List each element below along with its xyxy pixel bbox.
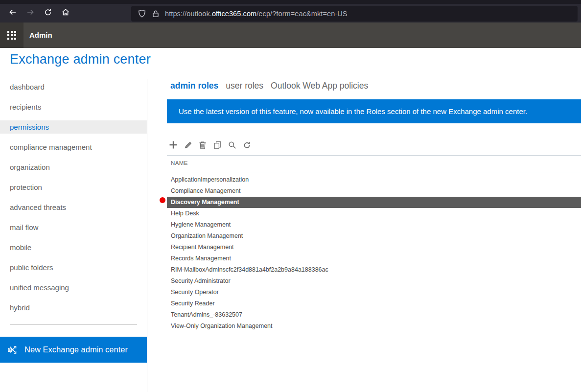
copy-button[interactable]	[212, 140, 223, 152]
role-name: Organization Management	[171, 232, 243, 239]
sidebar-item-dashboard[interactable]: dashboard	[0, 80, 147, 93]
url-text: https://outlook.office365.com/ecp/?form=…	[165, 10, 348, 18]
role-name: RIM-MailboxAdminscfc2f34d881a4bf2a2b9a84…	[171, 266, 328, 273]
sidebar-item-label: public folders	[10, 263, 53, 272]
column-header-name[interactable]: NAME	[171, 160, 188, 166]
sidebar-item-label: mobile	[10, 243, 31, 252]
tab-outlook-web-app-policies[interactable]: Outlook Web App policies	[271, 81, 368, 91]
sidebar-item-label: permissions	[10, 123, 49, 131]
role-name: Records Management	[171, 255, 231, 262]
sidebar-item-mail-flow[interactable]: mail flow	[0, 221, 147, 234]
delete-button[interactable]	[197, 140, 208, 152]
table-row[interactable]: Security Administrator	[167, 276, 581, 287]
refresh-icon	[243, 141, 251, 151]
screen: https://outlook.office365.com/ecp/?form=…	[0, 0, 581, 392]
forward-button[interactable]	[23, 6, 38, 21]
sidebar-item-label: organization	[10, 163, 50, 171]
svg-text:E: E	[9, 348, 11, 351]
sidebar-item-label: unified messaging	[10, 283, 69, 292]
shield-icon[interactable]	[138, 9, 146, 18]
add-icon	[169, 140, 178, 151]
new-exchange-admin-center-button[interactable]: E New Exchange admin center	[0, 337, 147, 363]
table-row[interactable]: Recipient Management	[167, 242, 581, 253]
sidebar-item-advanced-threats[interactable]: advanced threats	[0, 201, 147, 214]
roles-table: ApplicationImpersonalization Compliance …	[167, 174, 581, 332]
reload-icon	[44, 8, 52, 19]
role-name: Security Operator	[171, 289, 219, 296]
trash-icon	[199, 141, 207, 151]
sidebar-item-permissions[interactable]: permissions	[0, 120, 147, 134]
sidebar-item-unified-messaging[interactable]: unified messaging	[0, 281, 147, 294]
table-row[interactable]: TenantAdmins_-83632507	[167, 309, 581, 321]
red-dot-marker	[160, 197, 165, 203]
role-name: TenantAdmins_-83632507	[171, 311, 242, 318]
role-name: ApplicationImpersonalization	[171, 176, 249, 183]
reload-button[interactable]	[40, 6, 56, 21]
suite-app-name[interactable]: Admin	[29, 23, 52, 48]
waffle-grid-icon	[7, 31, 16, 40]
table-row[interactable]: RIM-MailboxAdminscfc2f34d881a4bf2a2b9a84…	[167, 264, 581, 276]
table-row[interactable]: Help Desk	[167, 208, 581, 219]
sidebar-item-label: mail flow	[10, 223, 38, 231]
tab-bar: admin roles user roles Outlook Web App p…	[170, 81, 368, 91]
tab-label: admin roles	[170, 81, 218, 91]
edit-button[interactable]	[183, 140, 193, 152]
role-name: Compliance Management	[171, 187, 240, 194]
window-titlebar	[0, 0, 581, 4]
table-row[interactable]: Compliance Management	[167, 185, 581, 197]
sidebar-item-compliance-management[interactable]: compliance management	[0, 140, 147, 154]
tab-user-roles[interactable]: user roles	[226, 81, 263, 91]
copy-icon	[213, 141, 222, 151]
add-button[interactable]	[168, 140, 179, 152]
url-bar[interactable]: https://outlook.office365.com/ecp/?form=…	[131, 6, 578, 22]
sidebar-item-label: recipients	[10, 103, 41, 111]
table-row[interactable]: Records Management	[167, 253, 581, 264]
sidebar-divider	[10, 324, 137, 324]
back-button[interactable]	[5, 6, 21, 21]
suite-header: Admin	[0, 23, 581, 48]
table-row[interactable]: View-Only Organization Management	[167, 321, 581, 332]
home-button[interactable]	[58, 6, 73, 21]
lock-icon[interactable]	[152, 10, 160, 18]
new-eac-button-label: New Exchange admin center	[24, 345, 128, 354]
search-icon	[228, 141, 236, 151]
home-icon	[61, 8, 70, 19]
sidebar-item-mobile[interactable]: mobile	[0, 241, 147, 254]
edit-pencil-icon	[184, 141, 192, 151]
refresh-button[interactable]	[241, 140, 252, 152]
sidebar-item-label: compliance management	[10, 143, 92, 151]
info-banner-text: Use the latest version of this feature, …	[179, 107, 527, 115]
tab-label: user roles	[226, 81, 263, 91]
sidebar-content-divider	[147, 79, 147, 392]
tab-admin-roles[interactable]: admin roles	[170, 81, 218, 91]
page-title: Exchange admin center	[10, 52, 151, 67]
sidebar-item-organization[interactable]: organization	[0, 161, 147, 174]
sidebar-item-protection[interactable]: protection	[0, 181, 147, 194]
sidebar-item-recipients[interactable]: recipients	[0, 100, 147, 114]
info-banner: Use the latest version of this feature, …	[167, 99, 581, 123]
table-row[interactable]: Security Reader	[167, 298, 581, 309]
app-launcher-button[interactable]	[0, 23, 23, 48]
sidebar-nav: dashboard recipients permissions complia…	[0, 80, 147, 321]
sidebar-item-public-folders[interactable]: public folders	[0, 261, 147, 274]
role-name: Recipient Management	[171, 244, 234, 251]
role-name: Security Administrator	[171, 277, 231, 284]
sidebar-item-hybrid[interactable]: hybrid	[0, 301, 147, 314]
table-top-line	[167, 155, 581, 156]
sidebar-item-label: protection	[10, 183, 42, 191]
role-name: Hygiene Management	[171, 221, 231, 228]
sidebar-item-label: dashboard	[10, 83, 45, 91]
table-row[interactable]: Security Operator	[167, 287, 581, 298]
forward-arrow-icon	[26, 8, 35, 19]
back-arrow-icon	[8, 8, 17, 19]
role-name: View-Only Organization Management	[171, 323, 273, 329]
table-row[interactable]: Organization Management	[167, 231, 581, 242]
table-row[interactable]: Hygiene Management	[167, 219, 581, 231]
table-header-line	[167, 172, 581, 172]
table-row[interactable]: ApplicationImpersonalization	[167, 174, 581, 185]
role-name: Security Reader	[171, 300, 215, 307]
search-button[interactable]	[227, 140, 237, 152]
tab-label: Outlook Web App policies	[271, 81, 368, 91]
table-row[interactable]: Discovery Management	[167, 197, 581, 208]
role-name: Help Desk	[171, 210, 199, 217]
